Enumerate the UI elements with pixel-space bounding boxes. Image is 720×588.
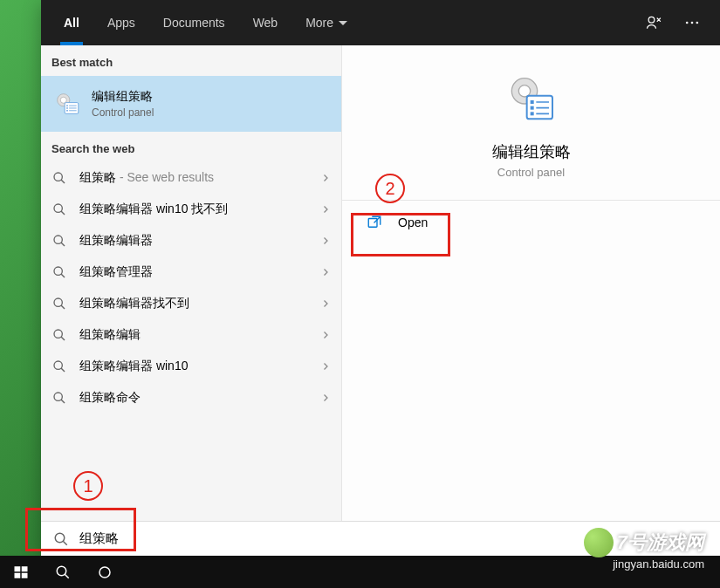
search-tabs-bar: All Apps Documents Web More xyxy=(41,0,720,45)
search-icon xyxy=(51,233,67,249)
svg-point-1 xyxy=(686,22,689,24)
web-result-text: 组策略编辑器 win10 找不到 xyxy=(79,202,308,217)
svg-rect-22 xyxy=(530,106,533,110)
tab-web[interactable]: Web xyxy=(241,0,291,45)
web-result-text: 组策略管理器 xyxy=(79,264,308,280)
search-icon xyxy=(51,327,67,343)
svg-point-31 xyxy=(99,567,110,578)
search-results-column: Best match 编辑组策略 Control panel Search th… xyxy=(41,45,341,521)
search-icon xyxy=(51,202,67,217)
svg-rect-9 xyxy=(66,110,67,111)
svg-point-2 xyxy=(691,22,694,24)
open-button[interactable]: Open xyxy=(342,200,720,243)
web-result-item[interactable]: 组策略编辑器找不到 xyxy=(41,288,341,319)
svg-point-30 xyxy=(57,566,66,576)
tab-more[interactable]: More xyxy=(293,0,360,45)
control-panel-icon xyxy=(51,88,83,120)
svg-point-3 xyxy=(696,22,699,24)
web-result-item[interactable]: 组策略编辑器 win10 xyxy=(41,351,341,382)
taskbar-search-button[interactable] xyxy=(42,556,84,588)
chevron-right-icon xyxy=(320,330,331,340)
search-content-row: Best match 编辑组策略 Control panel Search th… xyxy=(41,45,720,521)
web-result-text: 组策略编辑器 xyxy=(79,233,308,249)
best-match-text: 编辑组策略 Control panel xyxy=(92,89,154,119)
web-result-item[interactable]: 组策略编辑 xyxy=(41,319,341,351)
search-web-header: Search the web xyxy=(41,132,341,162)
preview-column: 编辑组策略 Control panel Open xyxy=(341,45,720,521)
search-input[interactable] xyxy=(79,531,708,546)
svg-rect-29 xyxy=(22,572,28,578)
svg-point-15 xyxy=(54,330,62,338)
preview-control-panel-icon xyxy=(501,70,562,131)
svg-rect-7 xyxy=(66,105,67,106)
best-match-header: Best match xyxy=(41,45,341,76)
chevron-right-icon xyxy=(320,236,331,246)
search-icon xyxy=(51,170,67,186)
best-match-subtitle: Control panel xyxy=(92,106,154,119)
chevron-right-icon xyxy=(320,204,331,215)
search-input-row[interactable] xyxy=(41,521,720,556)
web-result-text: 组策略命令 xyxy=(79,390,308,406)
search-icon xyxy=(51,296,67,311)
best-match-title: 编辑组策略 xyxy=(92,89,154,105)
chevron-right-icon xyxy=(320,267,331,277)
svg-rect-24 xyxy=(368,218,377,227)
tab-documents[interactable]: Documents xyxy=(151,0,237,45)
svg-rect-27 xyxy=(22,566,28,571)
tab-all[interactable]: All xyxy=(51,0,92,45)
chevron-right-icon xyxy=(320,298,331,309)
svg-point-0 xyxy=(648,17,655,23)
svg-point-25 xyxy=(55,533,65,543)
open-label: Open xyxy=(398,215,428,229)
preview-title: 编辑组策略 xyxy=(492,141,571,162)
search-icon xyxy=(53,531,69,547)
search-icon xyxy=(51,359,67,374)
web-result-item[interactable]: 组策略命令 xyxy=(41,382,341,414)
svg-point-11 xyxy=(54,204,62,212)
best-match-item[interactable]: 编辑组策略 Control panel xyxy=(41,76,341,132)
web-result-text: 组策略 - See web results xyxy=(79,170,308,186)
web-result-text: 组策略编辑 xyxy=(79,327,308,343)
web-result-item[interactable]: 组策略 - See web results xyxy=(41,162,341,194)
svg-point-12 xyxy=(54,236,62,243)
svg-rect-23 xyxy=(530,112,533,115)
chevron-right-icon xyxy=(320,393,331,403)
svg-point-5 xyxy=(60,97,66,103)
svg-point-16 xyxy=(54,361,62,369)
chevron-down-icon xyxy=(339,21,347,25)
taskbar xyxy=(0,556,720,588)
svg-point-13 xyxy=(54,267,62,275)
windows-search-panel: All Apps Documents Web More Best match 编… xyxy=(41,0,720,556)
tab-more-label: More xyxy=(305,16,333,30)
web-result-text: 组策略编辑器 win10 xyxy=(79,359,308,374)
open-icon xyxy=(367,215,382,230)
svg-point-17 xyxy=(54,393,62,400)
chevron-right-icon xyxy=(320,173,331,183)
cortana-button[interactable] xyxy=(84,556,126,588)
ellipsis-icon[interactable] xyxy=(675,5,710,40)
search-icon xyxy=(51,264,67,280)
web-result-text: 组策略编辑器找不到 xyxy=(79,296,308,311)
svg-rect-28 xyxy=(15,572,21,578)
preview-subtitle: Control panel xyxy=(497,166,565,179)
svg-rect-8 xyxy=(66,107,67,108)
svg-point-10 xyxy=(54,173,62,181)
chevron-right-icon xyxy=(320,361,331,372)
web-result-item[interactable]: 组策略管理器 xyxy=(41,256,341,288)
web-result-item[interactable]: 组策略编辑器 xyxy=(41,225,341,256)
feedback-icon[interactable] xyxy=(636,5,671,40)
svg-rect-26 xyxy=(15,566,21,571)
svg-rect-21 xyxy=(530,100,533,104)
web-result-item[interactable]: 组策略编辑器 win10 找不到 xyxy=(41,194,341,225)
svg-point-14 xyxy=(54,298,62,306)
tab-apps[interactable]: Apps xyxy=(95,0,147,45)
search-icon xyxy=(51,390,67,406)
start-button[interactable] xyxy=(0,556,42,588)
